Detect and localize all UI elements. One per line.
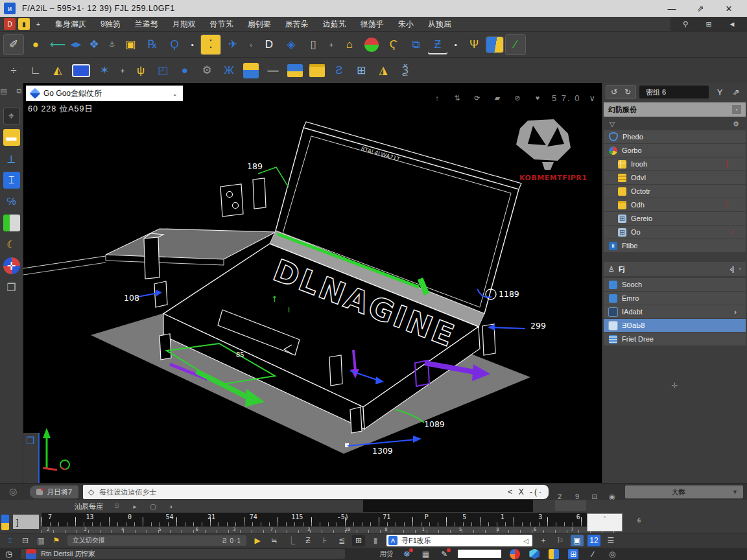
- plane-icon[interactable]: ✈: [223, 35, 243, 54]
- cluster-icon[interactable]: ❖: [84, 35, 104, 54]
- layer-row-irooh[interactable]: Irooh▏: [604, 158, 746, 170]
- menu-item[interactable]: 朱小: [391, 17, 421, 31]
- folder-c-icon[interactable]: ▣: [121, 35, 140, 54]
- layer-row-odvi[interactable]: OdvI: [604, 171, 746, 184]
- compass-tool-icon[interactable]: ✛: [3, 257, 20, 274]
- note-tool-icon[interactable]: ▬: [3, 129, 20, 146]
- material-row-emro[interactable]: Emro: [604, 292, 746, 305]
- lasso-icon[interactable]: Ϙ: [165, 35, 184, 54]
- maximize-button[interactable]: ⇗: [686, 4, 715, 14]
- status-value-box[interactable]: [458, 550, 501, 558]
- swap-icon[interactable]: ⇅: [451, 88, 463, 108]
- gutter-blue-icon[interactable]: ❒: [26, 435, 34, 447]
- search-input[interactable]: A 寻F1改乐 ◁: [386, 535, 532, 546]
- folder-min-icon[interactable]: ▮: [18, 18, 30, 30]
- timeline-chip-icon[interactable]: [1, 515, 9, 530]
- frame-icon[interactable]: ▢: [148, 502, 158, 511]
- layer-row-ftibe[interactable]: IIFtibe: [604, 239, 746, 252]
- disable-icon[interactable]: ⊘: [512, 88, 523, 108]
- measure-tool-icon[interactable]: ⊥: [3, 150, 20, 167]
- disc-icon[interactable]: ◗: [167, 502, 176, 511]
- menu-item[interactable]: 月期双: [165, 17, 203, 31]
- panel-icon[interactable]: ▯: [303, 35, 323, 54]
- menu-item[interactable]: 辰苦朵: [278, 17, 316, 31]
- folder-duo-icon[interactable]: [287, 64, 303, 77]
- traffic-ball-icon[interactable]: [364, 38, 379, 52]
- prompt-field[interactable]: 立乂㓜㚐抴 Ƨ 0·1: [67, 535, 246, 546]
- command-input[interactable]: ◇ 每往设边迠佰乡士 < X -(·: [83, 485, 549, 499]
- layers-icon[interactable]: [486, 37, 503, 52]
- play-pair-icon[interactable]: ◀▶: [70, 35, 82, 54]
- gears-icon[interactable]: ⚙: [197, 61, 217, 80]
- layer-row-octotr[interactable]: Octotr: [604, 185, 746, 198]
- pen-green-icon[interactable]: ∕: [506, 35, 525, 54]
- table-icon[interactable]: ▦: [420, 549, 431, 559]
- percent-tool-icon[interactable]: ℅: [3, 193, 20, 210]
- tab-dropdown-icon[interactable]: ⌄: [172, 90, 178, 97]
- slash-icon[interactable]: ⇗: [731, 87, 741, 97]
- dash-icon[interactable]: —: [263, 61, 283, 80]
- ruler-tool-icon[interactable]: ⌶: [3, 172, 20, 189]
- chevron-down-icon[interactable]: ∨: [589, 93, 595, 103]
- claw-icon[interactable]: Ѯ: [396, 61, 415, 80]
- spider-icon[interactable]: Ж: [219, 61, 239, 80]
- menu-item[interactable]: 扇钊要: [241, 17, 278, 31]
- hand-icon[interactable]: ψ: [131, 61, 150, 80]
- palette-icon[interactable]: ⁚: [201, 35, 220, 54]
- heart-icon[interactable]: ♥: [532, 88, 543, 108]
- menu-item[interactable]: 骨节艽: [203, 17, 241, 31]
- plus3-icon[interactable]: +: [537, 535, 550, 546]
- layer-name-field[interactable]: 密组 6: [639, 86, 709, 99]
- timeline-bracket[interactable]: ]: [13, 515, 39, 529]
- panel-blue-icon[interactable]: ▣: [571, 535, 584, 546]
- plus-icon[interactable]: +: [326, 35, 337, 54]
- viewport-canvas[interactable]: 8TAL4LWA?1T DLNAGINE: [23, 83, 602, 483]
- material-row-frietdree[interactable]: Friet Dree: [604, 332, 746, 345]
- select-tool-icon[interactable]: ⌖: [3, 108, 20, 124]
- viewport[interactable]: 8TAL4LWA?1T DLNAGINE: [23, 83, 602, 483]
- dot2-icon[interactable]: ▪: [450, 35, 462, 54]
- flag-yellow-icon[interactable]: ⚑: [50, 535, 63, 546]
- box3d-tool-icon[interactable]: [3, 215, 20, 231]
- menu-item[interactable]: 集身灑仄: [48, 17, 93, 31]
- gear-icon[interactable]: ⚙: [731, 119, 741, 128]
- collapse-left-icon[interactable]: ‹|: [730, 266, 734, 273]
- layer-row-gereio[interactable]: ⊞Gereio: [604, 212, 746, 225]
- drawing-tab[interactable]: Go Goo盒鉯仗所 ⌄: [26, 86, 183, 101]
- pen2-icon[interactable]: ∕: [587, 549, 598, 559]
- flower-icon[interactable]: ✶: [95, 61, 114, 80]
- flag2-icon[interactable]: ⚐: [554, 535, 567, 546]
- clock-icon[interactable]: ◷: [5, 549, 12, 559]
- clip-icon[interactable]: ⌸: [112, 502, 121, 511]
- boxarrow-icon[interactable]: ⧉: [406, 35, 425, 54]
- arrow-left-icon[interactable]: ⟵: [48, 35, 67, 54]
- panel-collapse-button[interactable]: ▫: [732, 105, 741, 114]
- zline-icon[interactable]: Ƶ: [428, 35, 447, 54]
- folder2-icon[interactable]: [309, 64, 325, 77]
- dshape-icon[interactable]: D: [259, 35, 279, 54]
- timeline-ruler[interactable]: 7130542174115-5)71P5136: [42, 513, 587, 526]
- funnel-icon[interactable]: ▽: [608, 119, 617, 128]
- chunk-icon[interactable]: ◰: [153, 61, 172, 80]
- bracket-icon[interactable]: ⎿: [285, 535, 298, 546]
- bird-icon[interactable]: Ψ: [464, 35, 484, 54]
- ellipse-icon[interactable]: ●: [175, 61, 195, 80]
- twelve-icon[interactable]: 12: [587, 535, 600, 546]
- aarrow-icon[interactable]: ◭: [48, 61, 67, 80]
- layer-row-phedo[interactable]: Phedo: [604, 130, 746, 143]
- menu-item[interactable]: 从预屈: [421, 17, 458, 31]
- orbit-icon[interactable]: ⟳: [471, 88, 483, 108]
- leq-icon[interactable]: ≦: [335, 535, 348, 546]
- ibeam-icon[interactable]: ⌶: [3, 535, 16, 546]
- timeline-mini-ruler[interactable]: 2245637310815867T: [42, 526, 616, 533]
- approx-icon[interactable]: ≒: [268, 535, 281, 546]
- undo-icon[interactable]: ↺: [610, 88, 619, 97]
- doc-icon[interactable]: ⊟: [19, 535, 32, 546]
- anchor-icon[interactable]: ⚓: [106, 35, 118, 54]
- checkbox-icon[interactable]: ⊞: [352, 535, 365, 546]
- pan-up-icon[interactable]: ↑: [431, 88, 443, 108]
- curve-tool-icon[interactable]: ☾: [3, 236, 20, 253]
- material-row-sooch[interactable]: Sooch: [604, 278, 746, 291]
- dot-icon[interactable]: ▪: [187, 35, 198, 54]
- pen-icon[interactable]: ✎: [439, 549, 449, 559]
